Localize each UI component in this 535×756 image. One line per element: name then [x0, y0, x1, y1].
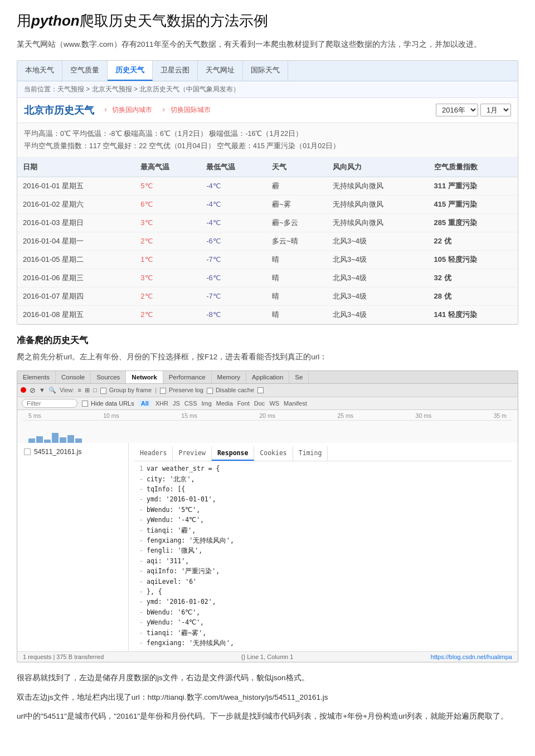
- line-number: -: [134, 505, 143, 515]
- line-number: -: [134, 494, 143, 504]
- list-view-icon[interactable]: ≡: [78, 387, 81, 393]
- year-select[interactable]: 2016年: [436, 104, 478, 116]
- filter-doc[interactable]: Doc: [254, 400, 265, 407]
- devtools-tab-sources[interactable]: Sources: [91, 371, 126, 383]
- cell-low: -6℃: [201, 232, 266, 250]
- filter-font[interactable]: Font: [237, 400, 250, 407]
- hide-data-urls-label[interactable]: Hide data URLs: [82, 400, 134, 407]
- line-content: tianqi: '霾',: [147, 525, 196, 535]
- tab-satellite[interactable]: 卫星云图: [153, 61, 198, 81]
- tab-weather-sites[interactable]: 天气网址: [198, 61, 243, 81]
- cell-aqi: 141 轻度污染: [429, 305, 518, 324]
- code-line: - ymd: '2016-01-02',: [134, 597, 512, 607]
- cell-aqi: 105 轻度污染: [429, 250, 518, 269]
- group-view-icon[interactable]: ⊞: [85, 387, 90, 394]
- devtools-tab-application[interactable]: Application: [246, 371, 289, 383]
- table-row: 2016-01-08 星期五 2℃ -8℃ 晴 北风3~4级 141 轻度污染: [17, 305, 518, 324]
- tab-historical-weather[interactable]: 历史天气: [108, 61, 153, 81]
- timeline-bar-6: [67, 435, 74, 443]
- devtools-inner-tab-headers[interactable]: Headers: [134, 446, 173, 461]
- line-content: fengxiang: '无持续风向',: [147, 535, 234, 545]
- cell-wind: 无持续风向微风: [327, 177, 429, 195]
- cell-aqi: 28 优: [429, 287, 518, 305]
- devtools-inner-tab-response[interactable]: Response: [212, 446, 254, 461]
- disable-cache-label[interactable]: Disable cache: [207, 387, 254, 394]
- line-number: -: [134, 628, 143, 638]
- cell-date: 2016-01-06 星期三: [17, 269, 135, 287]
- cell-weather: 晴: [266, 305, 327, 324]
- filter-all[interactable]: All: [139, 399, 151, 407]
- cell-aqi: 285 重度污染: [429, 213, 518, 232]
- devtools-tab-console[interactable]: Console: [56, 371, 91, 383]
- tab-local-weather[interactable]: 本地天气: [17, 61, 62, 81]
- tab-international[interactable]: 国际天气: [243, 61, 288, 81]
- switch-domestic[interactable]: ♀ 切换国内城市: [103, 105, 154, 115]
- devtools-tab-se[interactable]: Se: [289, 371, 309, 383]
- preserve-log-checkbox[interactable]: [160, 388, 166, 394]
- devtools-file-item[interactable]: 54511_20161.js: [17, 445, 128, 459]
- devtools-tab-performance[interactable]: Performance: [163, 371, 212, 383]
- col-high: 最高气温: [135, 158, 201, 177]
- filter-js[interactable]: JS: [173, 400, 180, 407]
- cell-wind: 无持续风向微风: [327, 195, 429, 213]
- filter-xhr[interactable]: XHR: [155, 400, 168, 407]
- devtools-tab-memory[interactable]: Memory: [212, 371, 247, 383]
- prep-title: 准备爬的历史天气: [17, 335, 518, 347]
- code-line: - aqiInfo: '严重污染',: [134, 566, 512, 576]
- filter-manifest[interactable]: Manifest: [284, 400, 307, 407]
- code-line: - }, {: [134, 587, 512, 597]
- city-title: 北京市历史天气: [24, 104, 94, 117]
- col-weather: 天气: [266, 158, 327, 177]
- line-number: -: [134, 638, 143, 648]
- record-stop-icon[interactable]: [21, 387, 26, 393]
- cell-date: 2016-01-08 星期五: [17, 305, 135, 324]
- filter-ws[interactable]: WS: [269, 400, 279, 407]
- hide-data-urls-checkbox[interactable]: [82, 401, 88, 407]
- cell-wind: 北风3~4级: [327, 232, 429, 250]
- devtools-inner-tab-preview[interactable]: Preview: [173, 446, 211, 461]
- preserve-log-label[interactable]: Preserve log: [160, 387, 203, 394]
- line-content: yWendu: '-4℃',: [147, 617, 204, 627]
- devtools-file-list: 54511_20161.js: [17, 443, 129, 651]
- cell-high: 6℃: [135, 195, 201, 213]
- tab-air-quality[interactable]: 空气质量: [62, 61, 108, 81]
- filter-input[interactable]: [22, 399, 77, 408]
- table-row: 2016-01-05 星期二 1℃ -7℃ 晴 北风3~4级 105 轻度污染: [17, 250, 518, 269]
- cell-aqi: 415 严重污染: [429, 195, 518, 213]
- timeline-labels: 5 ms 10 ms 15 ms 20 ms 25 ms 30 ms 35 m: [23, 412, 512, 421]
- weather-summary: 平均高温：0℃ 平均低温：-8℃ 极端高温：6℃（1月2日） 极端低温：-16℃…: [17, 123, 518, 158]
- line-content: bWendu: '5℃',: [147, 505, 200, 515]
- filter-icon[interactable]: ▼: [39, 387, 45, 393]
- cell-weather: 晴: [266, 269, 327, 287]
- cell-high: 5℃: [135, 177, 201, 195]
- line-number: -: [134, 566, 143, 576]
- timeline-bar-3: [44, 440, 51, 443]
- line-number: -: [134, 535, 143, 545]
- offline-checkbox[interactable]: [257, 387, 264, 393]
- filter-css[interactable]: CSS: [184, 400, 197, 407]
- filter-media[interactable]: Media: [216, 400, 233, 407]
- month-select[interactable]: 1月: [480, 104, 511, 116]
- disable-cache-checkbox[interactable]: [207, 388, 213, 394]
- intro-text: 某天气网站（www.数字.com）存有2011年至今的天气数据，有天看到一本爬虫…: [17, 38, 518, 51]
- cell-high: 3℃: [135, 269, 201, 287]
- search-icon[interactable]: 🔍: [48, 387, 56, 394]
- line-number: 1: [134, 464, 143, 474]
- screenshot-icon[interactable]: □: [93, 387, 97, 393]
- devtools-inner-tab-cookies[interactable]: Cookies: [254, 446, 293, 461]
- clear-icon[interactable]: ⊘: [30, 386, 36, 394]
- line-content: aqiLevel: '6': [147, 577, 197, 587]
- cell-high: 1℃: [135, 250, 201, 269]
- cell-low: -4℃: [201, 213, 266, 232]
- devtools-tab-elements[interactable]: Elements: [17, 371, 56, 383]
- code-line: - ymd: '2016-01-01',: [134, 494, 512, 504]
- switch-international[interactable]: ♀ 切换国际城市: [161, 105, 212, 115]
- prep-desc: 爬之前先分析url。左上有年份、月份的下拉选择框，按F12，进去看看能否找到真正…: [17, 351, 518, 364]
- filter-img[interactable]: Img: [201, 400, 211, 407]
- group-by-frame-label[interactable]: Group by frame: [100, 387, 152, 394]
- devtools-main-panel: 54511_20161.js Headers Preview Response …: [17, 443, 518, 651]
- devtools-tab-network[interactable]: Network: [126, 371, 163, 383]
- devtools-inner-tab-timing[interactable]: Timing: [293, 446, 328, 461]
- group-by-frame-checkbox[interactable]: [100, 388, 106, 394]
- cell-date: 2016-01-01 星期五: [17, 177, 135, 195]
